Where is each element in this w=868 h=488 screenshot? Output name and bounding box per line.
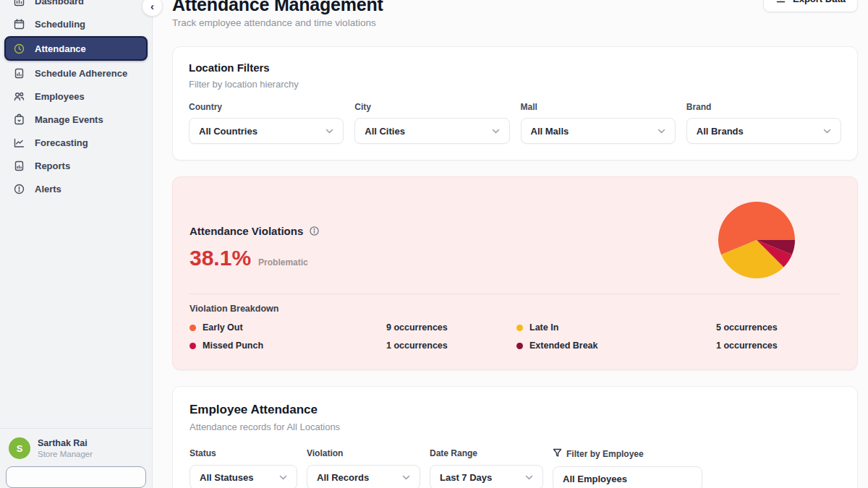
avatar: S — [9, 437, 30, 459]
chevron-down-icon — [492, 129, 500, 134]
late-in-count: 5 occurrences — [716, 322, 841, 333]
location-filters-card: Location Filters Filter by location hier… — [172, 46, 858, 160]
early-out-count: 9 occurrences — [386, 322, 516, 333]
chevron-down-icon — [525, 475, 533, 480]
brand-label: Brand — [686, 102, 841, 112]
employee-attendance-subtitle: Attendance records for All Locations — [190, 421, 841, 432]
clock-icon — [13, 43, 25, 55]
line-chart-icon — [13, 137, 25, 149]
sidebar-item-label: Dashboard — [35, 0, 84, 7]
main-content: Attendance Management Track employee att… — [153, 0, 868, 488]
status-label: Status — [190, 448, 297, 458]
sidebar-item-dashboard[interactable]: Dashboard — [4, 0, 148, 12]
dashboard-icon — [13, 0, 25, 7]
sidebar-item-label: Forecasting — [35, 137, 88, 148]
sidebar-item-reports[interactable]: Reports — [4, 155, 148, 176]
violation-filter: Violation All Records — [307, 448, 420, 488]
people-icon — [13, 90, 25, 103]
calendar-icon — [13, 18, 25, 30]
mall-label: Mall — [521, 102, 676, 112]
sidebar-item-alerts[interactable]: Alerts — [4, 178, 148, 200]
breakdown-item-early-out: Early Out — [190, 322, 386, 333]
user-name: Sarthak Rai — [38, 438, 93, 448]
employee-attendance-title: Employee Attendance — [190, 403, 841, 417]
sidebar-item-label: Scheduling — [35, 19, 85, 30]
sidebar-item-scheduling[interactable]: Scheduling — [4, 13, 148, 35]
mall-select[interactable]: All Malls — [521, 118, 676, 144]
breakdown-item-late-in: Late In — [516, 322, 716, 333]
sidebar-bottom-button[interactable] — [6, 466, 146, 488]
sidebar-item-employees[interactable]: Employees — [4, 85, 148, 107]
employee-attendance-card: Employee Attendance Attendance records f… — [172, 386, 858, 488]
country-label: Country — [189, 102, 344, 112]
attendance-violations-card: Attendance Violations 38.1% Problematic … — [172, 176, 858, 370]
country-filter: Country All Countries — [189, 102, 344, 144]
breakdown-item-missed-punch: Missed Punch — [190, 341, 386, 351]
alert-icon — [13, 183, 25, 195]
city-select[interactable]: All Cities — [354, 118, 509, 144]
status-filter: Status All Statuses — [190, 448, 297, 488]
sidebar-item-label: Employees — [35, 91, 85, 102]
late-in-dot — [516, 325, 523, 331]
funnel-icon — [553, 448, 562, 460]
sidebar-item-manage-events[interactable]: Manage Events — [4, 108, 148, 130]
violations-percent: 38.1% — [190, 246, 251, 270]
sidebar-item-label: Reports — [35, 160, 70, 171]
event-box-icon — [13, 114, 25, 126]
early-out-dot — [190, 325, 196, 331]
sidebar-item-schedule-adherence[interactable]: Schedule Adherence — [4, 62, 148, 84]
violations-title: Attendance Violations — [190, 225, 303, 237]
employee-select[interactable]: All Employees — [553, 466, 702, 488]
mall-filter: Mall All Malls — [521, 102, 676, 144]
page-subtitle: Track employee attendance and time viola… — [172, 17, 383, 28]
export-data-button[interactable]: Export Data — [763, 0, 858, 12]
chevron-down-icon — [402, 475, 410, 480]
city-label: City — [354, 102, 509, 112]
date-range-select[interactable]: Last 7 Days — [430, 465, 543, 488]
sidebar-item-label: Schedule Adherence — [35, 68, 127, 79]
city-filter: City All Cities — [354, 102, 509, 144]
user-profile[interactable]: S Sarthak Rai Store Manager — [0, 428, 152, 462]
chevron-down-icon — [326, 129, 333, 134]
user-role: Store Manager — [38, 450, 93, 458]
page-header: Attendance Management Track employee att… — [172, 0, 858, 28]
extended-break-count: 1 occurrences — [716, 341, 841, 351]
chevron-down-icon — [823, 129, 831, 134]
location-filters-subtitle: Filter by location hierarchy — [189, 79, 841, 90]
breakdown-item-extended-break: Extended Break — [516, 341, 716, 351]
sidebar-item-label: Alerts — [35, 184, 61, 194]
sidebar-item-label: Manage Events — [35, 114, 103, 125]
info-icon[interactable] — [309, 226, 320, 236]
document-chart-icon — [13, 67, 25, 80]
violations-percent-label: Problematic — [258, 257, 308, 267]
violation-select[interactable]: All Records — [307, 465, 420, 488]
download-icon — [775, 0, 786, 6]
sidebar-nav: Dashboard Scheduling Attendance Schedule… — [0, 0, 152, 201]
filter-by-employee-label: Filter by Employee — [553, 448, 702, 460]
violation-breakdown: Violation Breakdown Early Out 9 occurren… — [190, 294, 841, 351]
brand-filter: Brand All Brands — [686, 102, 841, 144]
sidebar-item-attendance[interactable]: Attendance — [4, 36, 148, 61]
date-range-label: Date Range — [430, 448, 543, 458]
document-icon — [13, 160, 25, 172]
date-range-filter: Date Range Last 7 Days — [430, 448, 543, 488]
chevron-down-icon — [279, 475, 287, 480]
location-filters-title: Location Filters — [189, 61, 841, 74]
sidebar-item-label: Attendance — [35, 43, 86, 54]
violation-label: Violation — [307, 448, 420, 458]
extended-break-dot — [516, 343, 523, 349]
brand-select[interactable]: All Brands — [686, 118, 841, 144]
chevron-down-icon — [658, 129, 665, 134]
employee-filter: Filter by Employee All Employees — [553, 448, 702, 488]
violation-breakdown-title: Violation Breakdown — [190, 304, 841, 314]
sidebar: Dashboard Scheduling Attendance Schedule… — [0, 0, 153, 488]
missed-punch-count: 1 occurrences — [386, 341, 516, 351]
country-select[interactable]: All Countries — [189, 118, 344, 144]
status-select[interactable]: All Statuses — [190, 465, 297, 488]
sidebar-item-forecasting[interactable]: Forecasting — [4, 132, 148, 153]
page-title: Attendance Management — [172, 0, 383, 15]
violations-pie-chart — [718, 202, 795, 278]
missed-punch-dot — [190, 343, 196, 349]
